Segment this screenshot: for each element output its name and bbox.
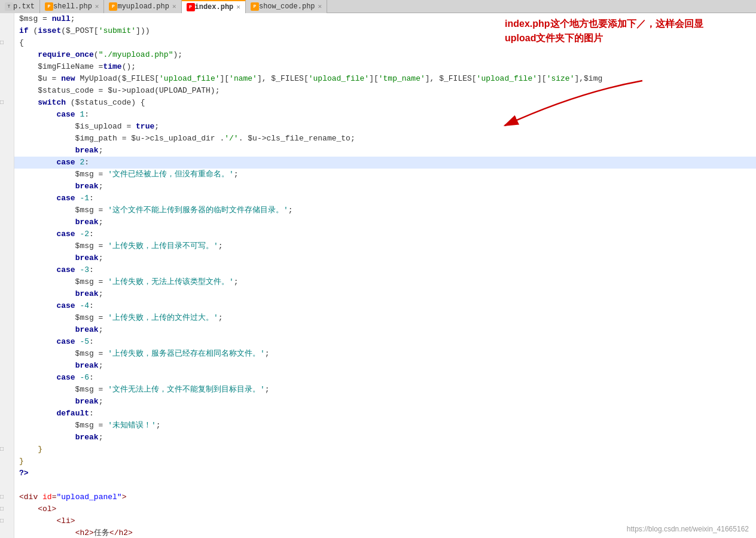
ln-31 xyxy=(0,372,11,384)
php-file-icon-myupload: P xyxy=(109,2,117,11)
code-line-32: $msg = '文件无法上传，文件不能复制到目标目录。'; xyxy=(14,384,756,396)
ln-21 xyxy=(0,252,11,264)
code-line-26: $msg = '上传失败，上传的文件过大。'; xyxy=(14,312,756,324)
code-line-40 xyxy=(14,479,756,491)
ln-27 xyxy=(0,324,11,336)
ln-3: □ xyxy=(0,37,11,49)
tab-myupload-php-label: myupload.php xyxy=(117,2,169,11)
txt-file-icon: T xyxy=(5,2,13,11)
ln-29 xyxy=(0,348,11,360)
ln-8: □ xyxy=(0,97,11,109)
code-line-14: $msg = '文件已经被上传，但没有重命名。'; xyxy=(14,169,756,181)
code-line-13: case 2: xyxy=(14,157,756,169)
code-line-9: case 1: xyxy=(14,109,756,121)
code-content[interactable]: $msg = null; if (isset($_POST['submit'])… xyxy=(14,13,756,538)
ln-14 xyxy=(0,169,11,181)
code-line-11: $img_path = $u->cls_upload_dir .'/'. $u-… xyxy=(14,133,756,145)
code-line-36: break; xyxy=(14,432,756,444)
ln-23 xyxy=(0,276,11,288)
ln-10 xyxy=(0,121,11,133)
code-line-7: $status_code = $u->upload(UPLOAD_PATH); xyxy=(14,85,756,97)
editor-container: T p.txt P shell.php ✕ P myupload.php ✕ P… xyxy=(0,0,756,538)
code-line-19: case -2: xyxy=(14,228,756,240)
ln-19 xyxy=(0,228,11,240)
ln-16 xyxy=(0,192,11,204)
code-line-29: $msg = '上传失败，服务器已经存在相同名称文件。'; xyxy=(14,348,756,360)
code-line-8: switch ($status_code) { xyxy=(14,97,756,109)
tab-show-code-php-label: show_code.php xyxy=(259,2,315,11)
tab-index-php[interactable]: P index.php ✕ xyxy=(182,0,246,13)
code-line-28: case -5: xyxy=(14,336,756,348)
code-area: □ □ xyxy=(0,13,756,538)
code-line-5: $imgFileName =time(); xyxy=(14,61,756,73)
ln-6 xyxy=(0,73,11,85)
ln-39 xyxy=(0,467,11,479)
tab-index-close[interactable]: ✕ xyxy=(236,3,240,11)
ln-42: □ xyxy=(0,503,11,515)
ln-15 xyxy=(0,181,11,192)
tab-shell-php[interactable]: P shell.php ✕ xyxy=(40,0,104,13)
ln-41: □ xyxy=(0,491,11,503)
code-line-38: } xyxy=(14,456,756,467)
ln-1 xyxy=(0,13,11,25)
code-line-10: $is_upload = true; xyxy=(14,121,756,133)
ln-17 xyxy=(0,204,11,216)
code-line-42: <ol> xyxy=(14,503,756,515)
tab-myupload-php[interactable]: P myupload.php ✕ xyxy=(104,0,181,13)
ln-26 xyxy=(0,312,11,324)
tab-shell-php-label: shell.php xyxy=(53,2,92,11)
ln-44 xyxy=(0,527,11,538)
ln-11 xyxy=(0,133,11,145)
code-line-31: case -6: xyxy=(14,372,756,384)
ln-38 xyxy=(0,456,11,467)
tab-index-php-label: index.php xyxy=(195,3,234,11)
ln-37: □ xyxy=(0,444,11,456)
code-line-27: break; xyxy=(14,324,756,336)
code-line-20: $msg = '上传失败，上传目录不可写。'; xyxy=(14,240,756,252)
ln-28 xyxy=(0,336,11,348)
code-line-25: case -4: xyxy=(14,300,756,312)
annotation-box: index.php这个地方也要添加下／，这样会回显upload文件夹下的图片 xyxy=(505,17,708,45)
tab-show-code-close[interactable]: ✕ xyxy=(318,2,322,10)
tab-show-code-php[interactable]: P show_code.php ✕ xyxy=(246,0,327,13)
tab-p-txt-label: p.txt xyxy=(13,2,35,11)
code-line-22: case -3: xyxy=(14,264,756,276)
tab-p-txt[interactable]: T p.txt xyxy=(0,0,40,13)
line-numbers: □ □ xyxy=(0,13,14,538)
code-line-16: case -1: xyxy=(14,192,756,204)
code-line-24: break; xyxy=(14,288,756,300)
ln-43: □ xyxy=(0,515,11,527)
watermark: https://blog.csdn.net/weixin_41665162 xyxy=(627,525,749,533)
code-line-39: ?> xyxy=(14,467,756,479)
ln-32 xyxy=(0,384,11,396)
annotation-text: index.php这个地方也要添加下／，这样会回显upload文件夹下的图片 xyxy=(505,17,708,45)
ln-2 xyxy=(0,25,11,37)
code-line-23: $msg = '上传失败，无法上传该类型文件。'; xyxy=(14,276,756,288)
code-line-17: $msg = '这个文件不能上传到服务器的临时文件存储目录。'; xyxy=(14,204,756,216)
code-line-35: $msg = '未知错误！'; xyxy=(14,420,756,432)
ln-5 xyxy=(0,61,11,73)
php-file-icon-shell: P xyxy=(45,2,53,11)
ln-25 xyxy=(0,300,11,312)
ln-4 xyxy=(0,49,11,61)
code-line-37: } xyxy=(14,444,756,456)
ln-20 xyxy=(0,240,11,252)
php-file-icon-index: P xyxy=(187,3,195,11)
php-file-icon-show: P xyxy=(251,2,259,11)
tab-bar: T p.txt P shell.php ✕ P myupload.php ✕ P… xyxy=(0,0,756,13)
ln-34 xyxy=(0,408,11,420)
ln-33 xyxy=(0,396,11,408)
tab-myupload-close[interactable]: ✕ xyxy=(172,2,176,10)
ln-7 xyxy=(0,85,11,97)
ln-35 xyxy=(0,420,11,432)
code-line-21: break; xyxy=(14,252,756,264)
ln-40 xyxy=(0,479,11,491)
code-line-30: break; xyxy=(14,360,756,372)
tab-shell-close[interactable]: ✕ xyxy=(95,2,99,10)
ln-13 xyxy=(0,157,11,169)
code-line-15: break; xyxy=(14,181,756,192)
code-line-12: break; xyxy=(14,145,756,157)
code-line-4: require_once("./myupload.php"); xyxy=(14,49,756,61)
code-line-34: default: xyxy=(14,408,756,420)
ln-36 xyxy=(0,432,11,444)
